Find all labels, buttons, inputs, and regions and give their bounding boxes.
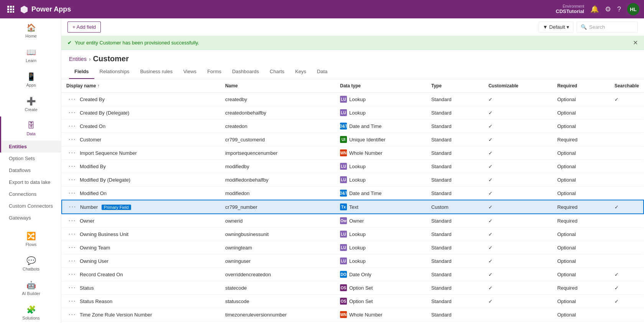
cell-searchable: ✓ bbox=[610, 281, 644, 295]
display-name-text: Modified By bbox=[80, 164, 106, 169]
cell-type: Standard bbox=[427, 187, 484, 200]
cell-customizable: ✓ bbox=[484, 187, 552, 200]
search-box[interactable]: 🔍 Search bbox=[577, 21, 638, 33]
col-header-required[interactable]: Required bbox=[553, 79, 610, 93]
table-row[interactable]: ··· Status Reason statuscode OS Option S… bbox=[62, 295, 644, 308]
table-row[interactable]: ··· Record Created On overriddencreatedo… bbox=[62, 268, 644, 281]
svg-rect-8 bbox=[13, 11, 14, 13]
table-row[interactable]: ··· Customer cr799_customerid UI Unique … bbox=[62, 133, 644, 146]
sidebar-item-option-sets[interactable]: Option Sets bbox=[0, 152, 61, 164]
sidebar-item-data[interactable]: 🗄 Data bbox=[0, 116, 61, 141]
tab-business-rules[interactable]: Business rules bbox=[135, 65, 178, 79]
sidebar-item-custom-connectors[interactable]: Custom Connectors bbox=[0, 200, 61, 212]
cell-customizable: ✓ bbox=[484, 214, 552, 228]
row-menu-dots[interactable]: ··· bbox=[66, 149, 78, 157]
user-avatar[interactable]: HL bbox=[627, 3, 639, 15]
col-header-searchable[interactable]: Searchable bbox=[610, 79, 644, 93]
help-icon[interactable]: ? bbox=[617, 5, 621, 13]
col-header-type[interactable]: Type bbox=[427, 79, 484, 93]
row-menu-dots[interactable]: ··· bbox=[66, 108, 78, 116]
tab-forms[interactable]: Forms bbox=[202, 65, 227, 79]
notification-icon[interactable]: 🔔 bbox=[590, 5, 599, 13]
cell-searchable bbox=[610, 214, 644, 228]
row-menu-dots[interactable]: ··· bbox=[66, 189, 78, 197]
table-row[interactable]: ··· Status statecode OS Option Set Stand… bbox=[62, 281, 644, 295]
cell-data-type: LU Lookup bbox=[335, 160, 427, 173]
row-menu-dots[interactable]: ··· bbox=[66, 135, 78, 143]
sidebar-item-apps[interactable]: 📱 Apps bbox=[0, 67, 61, 92]
tab-relationships[interactable]: Relationships bbox=[94, 65, 135, 79]
row-menu-dots[interactable]: ··· bbox=[66, 270, 78, 278]
cell-type: Standard bbox=[427, 160, 484, 173]
breadcrumb-parent[interactable]: Entities bbox=[69, 56, 87, 62]
row-menu-dots[interactable]: ··· bbox=[66, 122, 78, 130]
table-row[interactable]: ··· Owning User owninguser LU Lookup Sta… bbox=[62, 254, 644, 268]
table-row[interactable]: ··· Owning Team owningteam LU Lookup Sta… bbox=[62, 241, 644, 254]
sidebar-item-ai-builder[interactable]: 🤖 AI Builder bbox=[0, 276, 61, 300]
table-row[interactable]: ··· Modified By modifiedby LU Lookup Sta… bbox=[62, 160, 644, 173]
tab-keys[interactable]: Keys bbox=[290, 65, 312, 79]
table-row[interactable]: ··· Created By createdby LU Lookup Stand… bbox=[62, 93, 644, 106]
sidebar-item-export[interactable]: Export to data lake bbox=[0, 176, 61, 188]
table-row[interactable]: ··· Import Sequence Number importsequenc… bbox=[62, 146, 644, 160]
sidebar-item-home[interactable]: 🏠 Home bbox=[0, 18, 61, 43]
sidebar-item-gateways[interactable]: Gateways bbox=[0, 212, 61, 224]
table-row[interactable]: ··· UTC Conversion Time Zone Code utccon… bbox=[62, 321, 644, 323]
row-menu-dots[interactable]: ··· bbox=[67, 203, 79, 211]
row-menu-dots[interactable]: ··· bbox=[66, 297, 78, 305]
row-menu-dots[interactable]: ··· bbox=[66, 230, 78, 238]
row-menu-dots[interactable]: ··· bbox=[66, 162, 78, 170]
tab-charts[interactable]: Charts bbox=[264, 65, 290, 79]
sidebar-item-connections[interactable]: Connections bbox=[0, 188, 61, 200]
table-row[interactable]: ··· Created On createdon D&T Date and Ti… bbox=[62, 120, 644, 133]
settings-icon[interactable]: ⚙ bbox=[605, 5, 611, 13]
sidebar-item-chatbots[interactable]: 💬 Chatbots bbox=[0, 251, 61, 276]
row-menu-dots[interactable]: ··· bbox=[66, 216, 78, 225]
table-row[interactable]: ··· Modified On modifiedon D&T Date and … bbox=[62, 187, 644, 200]
table-row[interactable]: ··· Number Primary Field cr799_number Tx… bbox=[62, 200, 644, 214]
row-menu-dots[interactable]: ··· bbox=[66, 175, 78, 184]
svg-rect-6 bbox=[7, 11, 9, 13]
sidebar-item-dataflows[interactable]: Dataflows bbox=[0, 164, 61, 176]
table-row[interactable]: ··· Modified By (Delegate) modifiedonbeh… bbox=[62, 173, 644, 187]
col-header-display-name[interactable]: Display name ↑ bbox=[62, 79, 220, 93]
sidebar-item-create[interactable]: ➕ Create bbox=[0, 92, 61, 116]
success-banner-close-button[interactable]: ✕ bbox=[633, 39, 638, 46]
grid-menu-icon[interactable] bbox=[5, 3, 17, 15]
app-logo: Power Apps bbox=[20, 5, 556, 13]
col-header-name[interactable]: Name bbox=[220, 79, 335, 93]
tab-dashboards[interactable]: Dashboards bbox=[227, 65, 264, 79]
cell-customizable: ✓ bbox=[484, 268, 552, 281]
col-header-data-type[interactable]: Data type bbox=[335, 79, 427, 93]
cell-display-name: ··· Modified By (Delegate) bbox=[62, 173, 220, 187]
searchable-check: ✓ bbox=[614, 272, 619, 277]
tab-views[interactable]: Views bbox=[178, 65, 202, 79]
svg-marker-9 bbox=[21, 6, 28, 13]
tab-fields[interactable]: Fields bbox=[69, 65, 94, 79]
add-field-button[interactable]: + Add field bbox=[67, 21, 101, 33]
table-row[interactable]: ··· Owning Business Unit owningbusinessu… bbox=[62, 228, 644, 241]
customizable-check: ✓ bbox=[488, 231, 493, 237]
sidebar-item-entities[interactable]: Entities bbox=[0, 141, 61, 152]
table-row[interactable]: ··· Owner ownerid Ow Owner Standard ✓ Re… bbox=[62, 214, 644, 228]
sidebar-item-flows[interactable]: 🔀 Flows bbox=[0, 227, 61, 251]
add-field-label: + Add field bbox=[72, 24, 96, 30]
sidebar-item-learn[interactable]: 📖 Learn bbox=[0, 43, 61, 67]
cell-display-name: ··· Customer bbox=[62, 133, 220, 146]
col-header-customizable[interactable]: Customizable bbox=[484, 79, 552, 93]
sidebar-item-solutions[interactable]: 🧩 Solutions bbox=[0, 300, 61, 323]
cell-required: Optional bbox=[553, 268, 610, 281]
svg-rect-4 bbox=[10, 8, 12, 10]
row-menu-dots[interactable]: ··· bbox=[66, 257, 78, 265]
tab-data[interactable]: Data bbox=[312, 65, 333, 79]
row-menu-dots[interactable]: ··· bbox=[66, 95, 78, 103]
display-name-text: Created On bbox=[80, 123, 105, 129]
table-row[interactable]: ··· Created By (Delegate) createdonbehal… bbox=[62, 106, 644, 120]
row-menu-dots[interactable]: ··· bbox=[66, 284, 78, 292]
table-row[interactable]: ··· Time Zone Rule Version Number timezo… bbox=[62, 308, 644, 321]
default-dropdown[interactable]: ▼ Default ▾ bbox=[539, 21, 573, 33]
main-content: + Add field ▼ Default ▾ 🔍 Search ✔ Your … bbox=[61, 18, 644, 323]
row-menu-dots[interactable]: ··· bbox=[66, 243, 78, 251]
row-menu-dots[interactable]: ··· bbox=[66, 310, 78, 318]
display-name-text: Customer bbox=[80, 137, 101, 143]
